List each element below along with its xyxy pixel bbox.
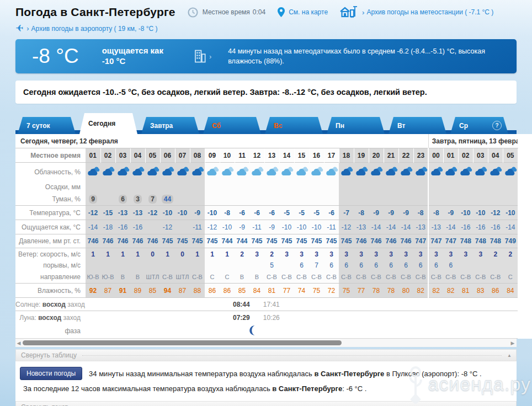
scrollbar-thumb[interactable] xyxy=(23,340,342,345)
cell-precipitation xyxy=(130,181,145,193)
scroll-right-icon[interactable]: ▶ xyxy=(509,340,516,346)
cell-wind-speed: 1 xyxy=(220,248,235,260)
cell-wind-gusts xyxy=(130,260,145,270)
collapse-table-bar[interactable]: Свернуть таблицу ▲ xyxy=(15,349,517,361)
map-link[interactable]: См. на карте xyxy=(289,8,328,16)
map-link-wrap[interactable]: См. на карте xyxy=(278,7,328,17)
cell-temperature: -10 xyxy=(458,206,473,220)
cell-wind-gusts xyxy=(190,260,205,270)
cell-wind-speed: 3 xyxy=(458,248,473,260)
row-sun: Солнце: восход заход 08:4417:41 xyxy=(15,298,532,311)
cell-cloudiness xyxy=(205,163,220,182)
cell-humidity: 84 xyxy=(249,284,264,298)
tab-Вт[interactable]: Вт xyxy=(389,117,446,134)
row-moon-phase: фаза xyxy=(15,324,532,339)
cloud-icon xyxy=(235,167,249,176)
cell-temperature: -6 xyxy=(324,206,339,220)
cell-cloudiness xyxy=(160,163,175,182)
cell-precipitation xyxy=(86,181,100,193)
cell-wind-direction: С xyxy=(205,270,220,284)
row-label: Луна: восход заход xyxy=(15,311,86,324)
cloud-icon xyxy=(220,167,234,176)
collapse-table-label: Свернуть таблицу xyxy=(21,351,77,359)
cell-humidity: 84 xyxy=(503,284,518,298)
tab-Сегодня[interactable]: Сегодня xyxy=(79,113,137,134)
cell-wind-speed: 3 xyxy=(294,248,309,260)
cell-wind-direction: В xyxy=(235,270,249,284)
cell-temperature: -5 xyxy=(279,206,294,220)
building-icon xyxy=(194,50,206,63)
cell-pressure: 746 xyxy=(369,234,384,248)
cell-fog xyxy=(324,193,339,206)
table-scrollbar[interactable]: ◀ ▶ xyxy=(15,339,517,347)
cell-feels-like: -14 xyxy=(443,220,458,234)
cell-humidity: 91 xyxy=(115,284,130,298)
cell-time: 08 xyxy=(190,148,205,163)
cell-wind-gusts xyxy=(279,260,294,270)
local-time: Местное время 0:04 xyxy=(188,7,265,18)
cloud-icon xyxy=(146,167,159,176)
cell-precipitation xyxy=(428,181,443,193)
airport-link[interactable]: Архив погоды в аэропорту ( 19 км, -8 °C … xyxy=(31,25,158,33)
cell-pressure: 748 xyxy=(473,234,488,248)
cell-humidity: 94 xyxy=(160,284,175,298)
station-link-wrap[interactable]: › Архив погоды на метеостанции ( -7.1 °C… xyxy=(340,6,493,19)
cloud-icon xyxy=(116,167,130,176)
cell-temperature: -13 xyxy=(115,206,130,220)
news-badge[interactable]: Новости погоды xyxy=(20,367,82,380)
cell-cloudiness xyxy=(384,163,398,182)
cell-time: 02 xyxy=(458,148,473,163)
cell-feels-like: -9 xyxy=(264,220,279,234)
cell-pressure: 746 xyxy=(130,234,145,248)
header: Погода в Санкт-Петербурге Местное время … xyxy=(15,0,517,34)
chevron-icon: › xyxy=(362,8,364,17)
tab-Ср[interactable]: Ср? xyxy=(450,117,508,134)
cell-wind-direction: С-В xyxy=(398,270,413,284)
local-time-value: 0:04 xyxy=(253,8,265,16)
tab-Вс[interactable]: Вс xyxy=(265,117,323,134)
tab-Пн[interactable]: Пн xyxy=(327,117,385,134)
tab-label: Сегодня xyxy=(88,120,115,127)
row-label: Температура, °C xyxy=(15,206,86,220)
help-icon[interactable]: ? xyxy=(492,121,502,130)
cell-wind-direction: С-В xyxy=(339,270,354,284)
cell-humidity: 72 xyxy=(324,284,339,298)
row-wind-gusts: порывы, м/с567666666666 xyxy=(15,260,532,270)
cell-wind-direction: С-В xyxy=(473,270,488,284)
tomorrow-date: Завтра, пятница, 13 февраля xyxy=(428,134,518,148)
cell-pressure: 746 xyxy=(398,234,413,248)
tab-Завтра[interactable]: Завтра xyxy=(141,117,199,134)
scroll-left-icon[interactable]: ◀ xyxy=(15,340,22,346)
cell-temperature: -12 xyxy=(145,206,160,220)
forecast-table: Сегодня, четверг, 12 февраля Завтра, пят… xyxy=(15,134,532,339)
cell-fog xyxy=(294,193,309,206)
cell-feels-like: -13 xyxy=(354,220,369,234)
cell-cloudiness xyxy=(309,163,324,182)
cell-fog xyxy=(428,193,443,206)
cell-wind-gusts xyxy=(86,260,100,270)
cell-wind-gusts: 6 xyxy=(428,260,443,270)
cell-wind-speed: 3 xyxy=(384,248,398,260)
cell-temperature: -5 xyxy=(294,206,309,220)
cell-humidity: 74 xyxy=(294,284,309,298)
cell-time: 16 xyxy=(309,148,324,163)
cell-precipitation xyxy=(235,181,249,193)
station-link[interactable]: Архив погоды на метеостанции ( -7.1 °C ) xyxy=(366,8,493,16)
cell-fog xyxy=(354,193,369,206)
cell-humidity: 86 xyxy=(220,284,235,298)
row-label: фаза xyxy=(15,324,86,339)
cell-fog xyxy=(264,193,279,206)
tab-7 суток[interactable]: 7 суток xyxy=(18,117,76,134)
collapse-text-bar[interactable]: Свернуть текст xyxy=(15,401,517,406)
cell-wind-gusts xyxy=(145,260,160,270)
cell-time: 07 xyxy=(175,148,190,163)
cell-wind-gusts xyxy=(175,260,190,270)
cell-cloudiness xyxy=(190,163,205,182)
cell-cloudiness xyxy=(398,163,413,182)
cell-time: 05 xyxy=(145,148,160,163)
cell-wind-direction: С-В xyxy=(458,270,473,284)
tab-Сб[interactable]: Сб xyxy=(203,117,261,134)
cell-precipitation xyxy=(458,181,473,193)
cloud-icon xyxy=(175,167,189,176)
cell-wind-speed: 3 xyxy=(354,248,369,260)
